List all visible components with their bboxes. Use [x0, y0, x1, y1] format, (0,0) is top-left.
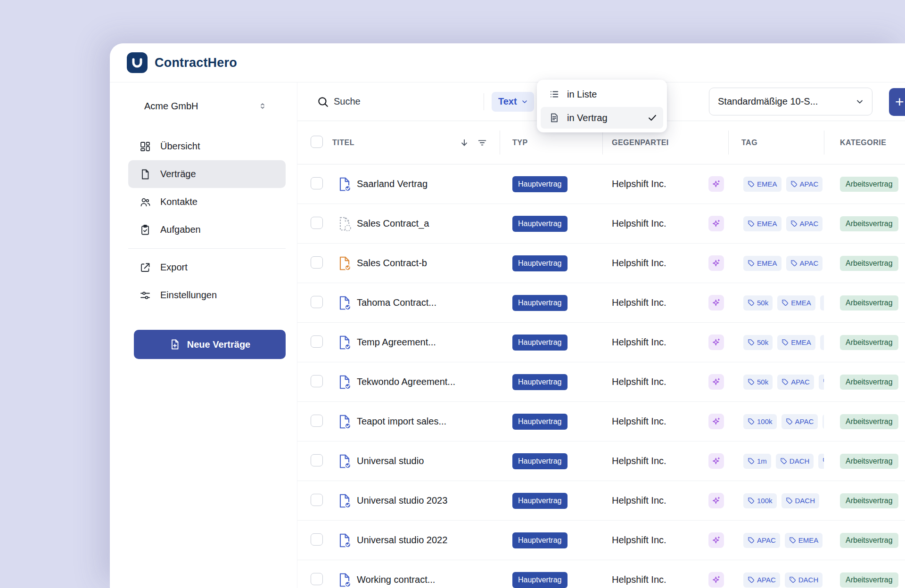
tag-chip: 50k [743, 375, 773, 390]
tag-icon [790, 220, 798, 227]
sidebar-item-aufgaben[interactable]: Aufgaben [128, 216, 286, 244]
select-all-checkbox[interactable] [311, 136, 323, 148]
tag-chip: EMEA [743, 216, 782, 231]
tag-chip: DACH [785, 572, 823, 588]
ai-tag-button[interactable] [708, 295, 724, 310]
tag-icon [748, 339, 755, 346]
ai-tag-button[interactable] [708, 335, 724, 350]
sidebar-divider [128, 248, 286, 249]
row-title: Temp Agreement... [357, 337, 436, 348]
row-checkbox[interactable] [311, 375, 323, 387]
document-icon [337, 453, 352, 469]
tag-chip: APAC [782, 414, 818, 429]
category-chip: Arbeitsvertrag [840, 335, 898, 350]
sidebar-item-einstellungen[interactable]: Einstellungen [128, 281, 286, 309]
row-counterparty: Helpshift Inc. [612, 297, 666, 308]
tag-chip: EMEA [743, 177, 782, 192]
table-row[interactable]: Saarland Vertrag Hauptvertrag Helpshift … [297, 164, 905, 204]
tag-icon [748, 299, 755, 306]
list-icon [549, 89, 559, 99]
ai-tag-button[interactable] [708, 374, 724, 390]
brand-name: ContractHero [155, 56, 237, 70]
row-checkbox[interactable] [311, 454, 323, 466]
table-row[interactable]: Sales Contract_a Hauptvertrag Helpshift … [297, 204, 905, 244]
row-checkbox[interactable] [311, 494, 323, 506]
table-row[interactable]: Universal studio Hauptvertrag Helpshift … [297, 441, 905, 481]
sidebar-item-export[interactable]: Export [128, 253, 286, 281]
table-row[interactable]: Teapot import sales... Hauptvertrag Help… [297, 402, 905, 441]
sidebar-nav: Übersicht Verträge Kontakte Aufgaben [128, 132, 286, 309]
row-counterparty: Helpshift Inc. [612, 456, 666, 466]
dropdown-item-in-vertrag[interactable]: in Vertrag [541, 107, 663, 129]
sidebar-item-label: Einstellungen [160, 290, 217, 301]
search-type-label: Text [498, 96, 517, 107]
row-checkbox[interactable] [311, 256, 323, 269]
tag-icon [789, 576, 796, 583]
tag-chip: 50k [743, 295, 773, 310]
add-contract-button[interactable]: + [889, 88, 905, 116]
table-row[interactable]: Working contract... Hauptvertrag Helpshi… [297, 560, 905, 588]
table-row[interactable]: Tahoma Contract... Hauptvertrag Helpshif… [297, 283, 905, 323]
sparkle-icon [712, 417, 721, 426]
ai-tag-button[interactable] [708, 532, 724, 548]
row-checkbox[interactable] [311, 217, 323, 229]
row-counterparty: Helpshift Inc. [612, 535, 666, 545]
ai-tag-button[interactable] [708, 216, 724, 231]
search-icon [317, 96, 329, 108]
tag-list: EMEAAPAC [743, 216, 823, 231]
ai-tag-button[interactable] [708, 493, 724, 508]
sparkle-icon [712, 536, 721, 545]
sparkle-icon [712, 219, 721, 228]
contract-type-badge: Hauptvertrag [512, 295, 568, 311]
tag-icon [789, 537, 796, 544]
row-checkbox[interactable] [311, 335, 323, 348]
chevron-down-icon [521, 98, 528, 106]
sidebar-item-kontakte[interactable]: Kontakte [128, 188, 286, 216]
column-separator [824, 131, 824, 155]
sort-desc-icon[interactable] [459, 138, 469, 148]
tag-chip-clipped [820, 295, 824, 310]
tag-chip: EMEA [785, 533, 823, 548]
contract-type-badge: Hauptvertrag [512, 493, 568, 509]
search-input[interactable] [334, 96, 484, 107]
sidebar-item-label: Verträge [160, 169, 196, 180]
sidebar-item-vertraege[interactable]: Verträge [128, 160, 286, 188]
column-separator [602, 131, 603, 155]
search-type-dropdown[interactable]: Text [492, 92, 534, 112]
view-select[interactable]: Standardmäßige 10-S... [709, 88, 872, 115]
row-title: Universal studio [357, 456, 424, 466]
ai-tag-button[interactable] [708, 255, 724, 271]
tag-list: APACEMEA [743, 533, 823, 548]
table-row[interactable]: Tekwondo Agreement... Hauptvertrag Helps… [297, 362, 905, 402]
sidebar-item-label: Aufgaben [160, 224, 201, 235]
row-checkbox[interactable] [311, 415, 323, 427]
table-row[interactable]: Universal studio 2022 Hauptvertrag Helps… [297, 521, 905, 560]
row-checkbox[interactable] [311, 177, 323, 189]
document-icon [337, 295, 352, 311]
row-checkbox[interactable] [311, 296, 323, 308]
row-checkbox[interactable] [311, 573, 323, 585]
row-checkbox[interactable] [311, 533, 323, 546]
main-content: Text Standardmäßige 10-S... + TITEL [297, 82, 905, 588]
ai-tag-button[interactable] [708, 176, 724, 192]
category-chip: Arbeitsvertrag [840, 533, 898, 548]
row-counterparty: Helpshift Inc. [612, 337, 666, 347]
new-contract-button[interactable]: Neue Verträge [134, 330, 286, 359]
ai-tag-button[interactable] [708, 572, 724, 588]
ai-tag-button[interactable] [708, 414, 724, 429]
sidebar-item-uebersicht[interactable]: Übersicht [128, 132, 286, 160]
filter-icon[interactable] [477, 138, 487, 148]
table-row[interactable]: Universal studio 2023 Hauptvertrag Helps… [297, 481, 905, 521]
tag-list: EMEAAPAC [743, 177, 823, 192]
dropdown-item-in-liste[interactable]: in Liste [541, 83, 663, 105]
org-switcher[interactable]: Acme GmbH [128, 96, 270, 116]
table-row[interactable]: Sales Contract-b Hauptvertrag Helpshift … [297, 244, 905, 283]
ai-tag-button[interactable] [708, 453, 724, 469]
document-icon [337, 572, 352, 588]
tag-icon [748, 180, 755, 188]
tag-chip: APAC [777, 375, 814, 390]
contract-type-badge: Hauptvertrag [512, 453, 568, 469]
table-row[interactable]: Temp Agreement... Hauptvertrag Helpshift… [297, 323, 905, 362]
contract-type-badge: Hauptvertrag [512, 414, 568, 430]
dropdown-item-label: in Liste [567, 89, 597, 100]
